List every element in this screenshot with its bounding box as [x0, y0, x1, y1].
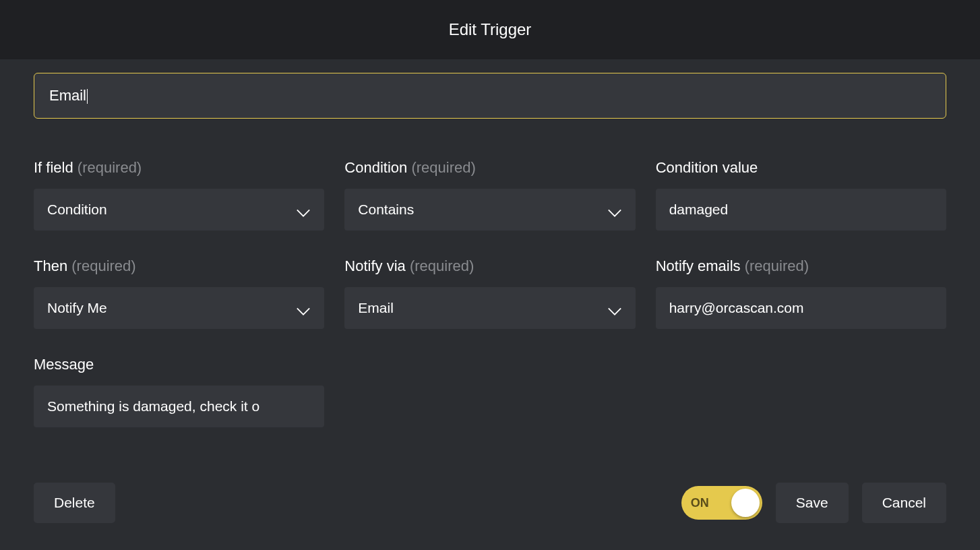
condition-group: Condition (required) Contains	[344, 159, 635, 231]
notify-via-dropdown[interactable]: Email	[344, 287, 635, 329]
condition-value-label: Condition value	[656, 159, 946, 177]
condition-label: Condition (required)	[344, 159, 635, 177]
footer-right: ON Save Cancel	[681, 483, 946, 523]
if-field-group: If field (required) Condition	[34, 159, 324, 231]
notify-via-value: Email	[358, 300, 394, 316]
then-value: Notify Me	[47, 300, 107, 316]
condition-value: Contains	[358, 202, 414, 218]
then-group: Then (required) Notify Me	[34, 257, 324, 329]
then-dropdown[interactable]: Notify Me	[34, 287, 324, 329]
notify-via-group: Notify via (required) Email	[344, 257, 635, 329]
chevron-down-icon	[607, 303, 622, 313]
notify-via-label: Notify via (required)	[344, 257, 635, 275]
cancel-button[interactable]: Cancel	[862, 483, 946, 523]
condition-value-input[interactable]	[656, 189, 946, 231]
if-field-value: Condition	[47, 202, 107, 218]
chevron-down-icon	[607, 205, 622, 214]
modal-title: Edit Trigger	[0, 20, 980, 39]
if-field-label: If field (required)	[34, 159, 324, 177]
form-grid: If field (required) Condition Condition …	[34, 159, 946, 329]
message-label: Message	[34, 356, 324, 373]
edit-trigger-modal: Edit Trigger Email If field (required) C…	[0, 0, 980, 550]
text-cursor	[87, 89, 88, 104]
chevron-down-icon	[296, 303, 311, 313]
delete-button[interactable]: Delete	[34, 483, 115, 523]
message-group: Message	[34, 356, 324, 427]
notify-emails-input[interactable]	[656, 287, 946, 329]
toggle-knob	[731, 489, 760, 517]
if-field-dropdown[interactable]: Condition	[34, 189, 324, 231]
modal-body: Email If field (required) Condition Con	[0, 59, 980, 550]
notify-emails-group: Notify emails (required)	[656, 257, 946, 329]
save-button[interactable]: Save	[776, 483, 849, 523]
enable-toggle[interactable]: ON	[681, 486, 762, 520]
footer-row: Delete ON Save Cancel	[34, 483, 946, 523]
chevron-down-icon	[296, 205, 311, 214]
notify-emails-label: Notify emails (required)	[656, 257, 946, 275]
footer-left: Delete	[34, 483, 115, 523]
trigger-name-input[interactable]: Email	[34, 73, 946, 119]
then-label: Then (required)	[34, 257, 324, 275]
trigger-name-value: Email	[49, 87, 86, 104]
message-input[interactable]	[34, 386, 324, 427]
modal-header: Edit Trigger	[0, 0, 980, 59]
condition-value-group: Condition value	[656, 159, 946, 231]
message-row: Message	[34, 356, 946, 427]
toggle-label: ON	[691, 496, 709, 510]
condition-dropdown[interactable]: Contains	[344, 189, 635, 231]
